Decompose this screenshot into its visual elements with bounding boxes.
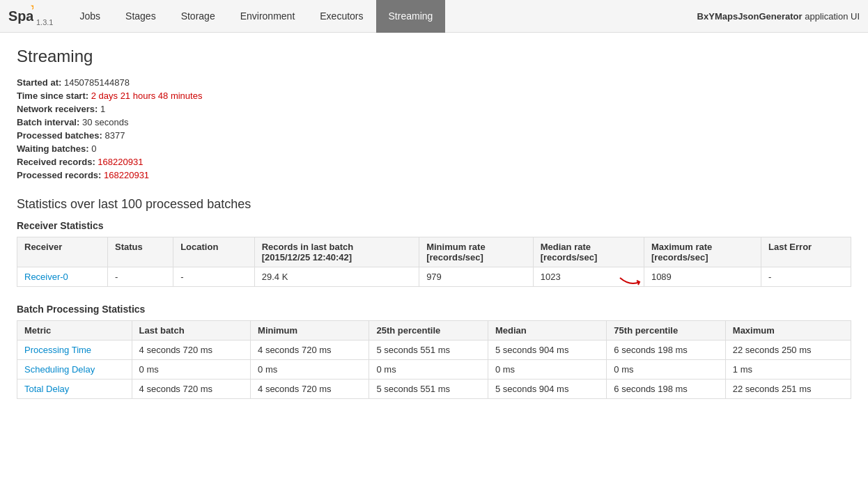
col-location: Location xyxy=(173,237,255,267)
app-name: BxYMapsJsonGenerator xyxy=(697,11,803,22)
cell-scheduling-25th: 0 ms xyxy=(369,360,488,379)
cell-last-error: - xyxy=(761,267,851,287)
batch-stats-thead: Metric Last batch Minimum 25th percentil… xyxy=(17,321,851,341)
col-last-batch: Last batch xyxy=(132,321,250,341)
processed-batches-value: 8377 xyxy=(104,130,125,141)
cell-metric-scheduling: Scheduling Delay xyxy=(17,360,132,379)
app-suffix: application UI xyxy=(803,11,860,22)
navbar: Spark ★ 1.3.1 Jobs Stages Storage Enviro… xyxy=(0,0,868,33)
info-section: Started at: 1450785144878 Time since sta… xyxy=(17,77,851,180)
table-row: Total Delay 4 seconds 720 ms 4 seconds 7… xyxy=(17,379,851,399)
scheduling-delay-link[interactable]: Scheduling Delay xyxy=(24,364,95,375)
cell-min-rate: 979 xyxy=(419,267,534,287)
network-receivers-row: Network receivers: 1 xyxy=(17,104,851,114)
cell-max-rate: 1089 xyxy=(644,267,761,287)
received-records-label: Received records: xyxy=(17,157,95,167)
processed-records-row: Processed records: 168220931 xyxy=(17,170,851,180)
processed-records-value: 168220931 xyxy=(104,170,149,180)
cell-scheduling-min: 0 ms xyxy=(251,360,369,379)
received-records-row: Received records: 168220931 xyxy=(17,157,851,167)
batch-stats-heading: Batch Processing Statistics xyxy=(17,304,851,315)
nav-jobs[interactable]: Jobs xyxy=(67,0,113,33)
waiting-batches-value: 0 xyxy=(91,143,96,154)
cell-metric-processing: Processing Time xyxy=(17,341,132,360)
col-receiver: Receiver xyxy=(17,237,108,267)
batch-stats-section: Batch Processing Statistics Metric Last … xyxy=(17,304,851,399)
nav-storage[interactable]: Storage xyxy=(169,0,228,33)
cell-processing-max: 22 seconds 250 ms xyxy=(725,341,851,360)
processed-batches-row: Processed batches: 8377 xyxy=(17,130,851,141)
batch-interval-label: Batch interval: xyxy=(17,117,79,127)
cell-scheduling-75th: 0 ms xyxy=(607,360,725,379)
col-metric: Metric xyxy=(17,321,132,341)
received-records-value: 168220931 xyxy=(98,157,143,167)
col-min-rate: Minimum rate[records/sec] xyxy=(419,237,534,267)
cell-total-median: 5 seconds 904 ms xyxy=(488,379,606,399)
cell-total-min: 4 seconds 720 ms xyxy=(251,379,369,399)
main-content: Streaming Started at: 1450785144878 Time… xyxy=(0,33,868,430)
cell-records-last-batch: 29.4 K xyxy=(254,267,419,287)
median-annotation-icon xyxy=(617,275,642,289)
time-since-value: 2 days 21 hours 48 minutes xyxy=(91,91,203,101)
cell-median-rate: 1023 xyxy=(533,267,644,287)
col-records-last-batch: Records in last batch[2015/12/25 12:40:4… xyxy=(254,237,419,267)
col-last-error: Last Error xyxy=(761,237,851,267)
stats-heading: Statistics over last 100 processed batch… xyxy=(17,197,851,212)
cell-processing-25th: 5 seconds 551 ms xyxy=(369,341,488,360)
waiting-batches-row: Waiting batches: 0 xyxy=(17,143,851,154)
col-median: Median xyxy=(488,321,606,341)
cell-scheduling-last-batch: 0 ms xyxy=(132,360,250,379)
receiver-stats-section: Receiver Statistics Receiver Status Loca… xyxy=(17,220,851,287)
page-title: Streaming xyxy=(17,47,851,66)
batch-stats-table: Metric Last batch Minimum 25th percentil… xyxy=(17,320,851,399)
table-row: Processing Time 4 seconds 720 ms 4 secon… xyxy=(17,341,851,360)
network-receivers-value: 1 xyxy=(100,104,105,114)
col-max-rate: Maximum rate[records/sec] xyxy=(644,237,761,267)
network-receivers-label: Network receivers: xyxy=(17,104,98,114)
cell-status: - xyxy=(108,267,173,287)
receiver-link[interactable]: Receiver-0 xyxy=(24,272,68,282)
brand: Spark ★ 1.3.1 xyxy=(8,3,53,29)
cell-processing-median: 5 seconds 904 ms xyxy=(488,341,606,360)
receiver-stats-heading: Receiver Statistics xyxy=(17,220,851,231)
time-since-row: Time since start: 2 days 21 hours 48 min… xyxy=(17,91,851,101)
cell-metric-total: Total Delay xyxy=(17,379,132,399)
processed-batches-label: Processed batches: xyxy=(17,130,102,141)
nav-environment[interactable]: Environment xyxy=(228,0,308,33)
receiver-stats-header-row: Receiver Status Location Records in last… xyxy=(17,237,851,267)
processed-records-label: Processed records: xyxy=(17,170,101,180)
started-at-row: Started at: 1450785144878 xyxy=(17,77,851,88)
table-row: Scheduling Delay 0 ms 0 ms 0 ms 0 ms 0 m… xyxy=(17,360,851,379)
app-title: BxYMapsJsonGenerator application UI xyxy=(697,11,860,22)
batch-interval-row: Batch interval: 30 seconds xyxy=(17,117,851,127)
batch-interval-value: 30 seconds xyxy=(82,117,129,127)
processing-time-link[interactable]: Processing Time xyxy=(24,345,91,355)
table-row: Receiver-0 - - 29.4 K 979 1023 1089 - xyxy=(17,267,851,287)
col-minimum: Minimum xyxy=(251,321,369,341)
nav-executors[interactable]: Executors xyxy=(307,0,375,33)
receiver-stats-table: Receiver Status Location Records in last… xyxy=(17,237,851,287)
spark-version: 1.3.1 xyxy=(36,18,53,26)
receiver-stats-thead: Receiver Status Location Records in last… xyxy=(17,237,851,267)
nav-links: Jobs Stages Storage Environment Executor… xyxy=(67,0,697,33)
cell-total-max: 22 seconds 251 ms xyxy=(725,379,851,399)
col-25th: 25th percentile xyxy=(369,321,488,341)
col-75th: 75th percentile xyxy=(607,321,725,341)
cell-scheduling-median: 0 ms xyxy=(488,360,606,379)
cell-location: - xyxy=(173,267,255,287)
col-maximum: Maximum xyxy=(725,321,851,341)
receiver-stats-tbody: Receiver-0 - - 29.4 K 979 1023 1089 - xyxy=(17,267,851,287)
cell-processing-min: 4 seconds 720 ms xyxy=(251,341,369,360)
spark-logo-icon: Spark ★ xyxy=(8,3,33,29)
cell-processing-75th: 6 seconds 198 ms xyxy=(607,341,725,360)
nav-streaming[interactable]: Streaming xyxy=(376,0,446,33)
started-at-label: Started at: xyxy=(17,77,61,88)
nav-stages[interactable]: Stages xyxy=(113,0,169,33)
started-at-value: 1450785144878 xyxy=(64,77,130,88)
cell-receiver: Receiver-0 xyxy=(17,267,108,287)
total-delay-link[interactable]: Total Delay xyxy=(24,384,69,394)
batch-stats-tbody: Processing Time 4 seconds 720 ms 4 secon… xyxy=(17,341,851,399)
cell-total-25th: 5 seconds 551 ms xyxy=(369,379,488,399)
cell-total-75th: 6 seconds 198 ms xyxy=(607,379,725,399)
batch-stats-header-row: Metric Last batch Minimum 25th percentil… xyxy=(17,321,851,341)
